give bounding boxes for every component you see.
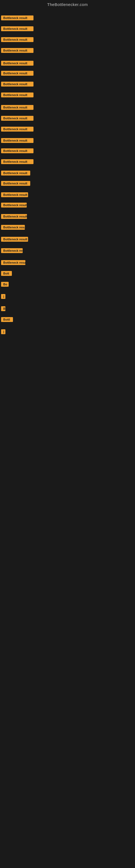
bottleneck-badge: Bottleneck result (1, 260, 26, 265)
bottleneck-badge: | (1, 329, 5, 334)
bottleneck-item: Bottl (1, 317, 13, 323)
bottleneck-item: | (1, 294, 5, 300)
bottleneck-badge: Bottleneck result (1, 93, 34, 97)
site-title: TheBottlenecker.com (0, 0, 135, 8)
bottleneck-badge: B (1, 306, 5, 311)
bottleneck-badge: Bottleneck result (1, 37, 34, 42)
bottleneck-badge: Bottleneck result (1, 127, 34, 131)
bottleneck-badge: Bottleneck result (1, 237, 28, 242)
bottleneck-item: Bottleneck result (1, 48, 34, 54)
bottleneck-item: Bottleneck result (1, 170, 30, 177)
bottleneck-badge: Bottleneck result (1, 214, 27, 219)
bottleneck-item: Bottleneck result (1, 181, 30, 187)
bottleneck-badge: Bottleneck result (1, 48, 34, 53)
bottleneck-item: Bo (1, 282, 9, 288)
bottleneck-badge: Bottleneck result (1, 82, 34, 87)
bottleneck-badge: Bottleneck result (1, 225, 25, 230)
bottleneck-item: Bottleneck result (1, 214, 27, 220)
bottleneck-item: Bottleneck result (1, 61, 34, 67)
bottleneck-item: Bottleneck result (1, 37, 34, 43)
bottleneck-badge: Bottleneck result (1, 203, 27, 208)
bottleneck-item: Bottleneck result (1, 225, 25, 231)
bottleneck-item: Bottleneck result (1, 127, 34, 133)
bottleneck-item: Bottleneck result (1, 159, 34, 165)
bottleneck-badge: Bottleneck result (1, 138, 34, 143)
bottleneck-item: | (1, 329, 5, 335)
bottleneck-badge: Bottleneck result (1, 26, 34, 31)
page-wrapper: TheBottlenecker.com Bottleneck resultBot… (0, 0, 135, 868)
bottleneck-item: B (1, 306, 5, 312)
bottleneck-item: Bottleneck result (1, 93, 34, 98)
bottleneck-badge: Bottleneck result (1, 71, 34, 76)
bottleneck-badge: Bottleneck result (1, 192, 28, 197)
bottleneck-item: Bottleneck result (1, 237, 28, 243)
items-container: Bottleneck resultBottleneck resultBottle… (0, 8, 135, 862)
bottleneck-badge: Bott (1, 271, 12, 276)
bottleneck-badge: Bottleneck result (1, 148, 34, 153)
bottleneck-badge: Bottleneck result (1, 16, 34, 20)
bottleneck-item: Bottleneck result (1, 192, 28, 198)
bottleneck-badge: Bottleneck result (1, 248, 23, 253)
bottleneck-badge: Bottleneck result (1, 61, 34, 66)
bottleneck-item: Bottleneck result (1, 26, 34, 32)
bottleneck-item: Bottleneck result (1, 248, 23, 254)
bottleneck-item: Bottleneck result (1, 203, 27, 209)
bottleneck-item: Bott (1, 271, 12, 277)
bottleneck-item: Bottleneck result (1, 105, 34, 111)
bottleneck-item: Bottleneck result (1, 16, 34, 22)
bottleneck-badge: | (1, 294, 5, 299)
bottleneck-badge: Bottl (1, 317, 13, 322)
bottleneck-item: Bottleneck result (1, 71, 34, 77)
bottleneck-badge: Bottleneck result (1, 170, 30, 176)
bottleneck-item: Bottleneck result (1, 148, 34, 154)
bottleneck-badge: Bo (1, 282, 9, 287)
bottleneck-badge: Bottleneck result (1, 181, 30, 186)
bottleneck-badge: Bottleneck result (1, 116, 34, 121)
bottleneck-item: Bottleneck result (1, 116, 34, 122)
bottleneck-badge: Bottleneck result (1, 105, 34, 110)
bottleneck-item: Bottleneck result (1, 138, 34, 144)
bottleneck-item: Bottleneck result (1, 82, 34, 88)
bottleneck-item: Bottleneck result (1, 260, 26, 266)
bottleneck-badge: Bottleneck result (1, 159, 34, 164)
